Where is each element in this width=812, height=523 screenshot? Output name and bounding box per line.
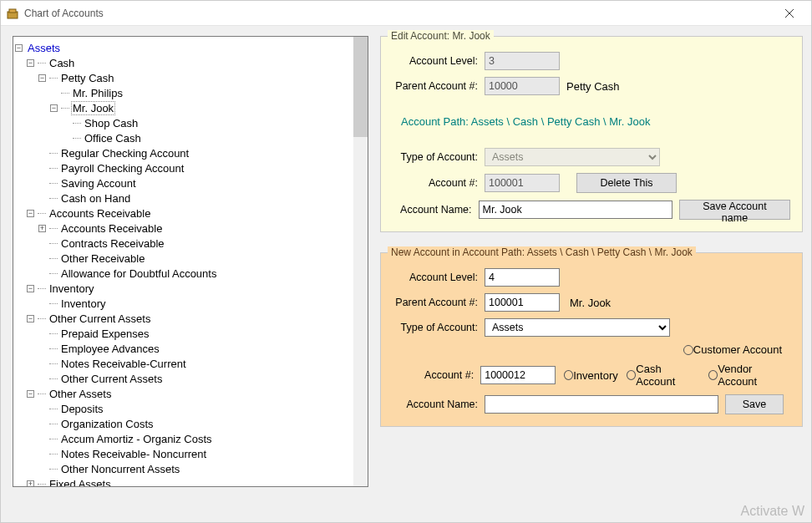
tree-node[interactable]: Employee Advances	[38, 341, 352, 356]
collapse-icon[interactable]: −	[27, 315, 34, 322]
tree-node-label[interactable]: Prepaid Expenses	[59, 328, 151, 340]
tree-node-label[interactable]: Employee Advances	[59, 343, 161, 355]
tree-node-label[interactable]: Allowance for Doubtful Accounts	[59, 267, 218, 280]
tree-node-label[interactable]: Saving Account	[59, 177, 138, 190]
tree-node[interactable]: Regular Checking Account	[38, 145, 352, 160]
tree-node[interactable]: Other Receivable	[38, 251, 352, 266]
tree-node-label[interactable]: Accum Amortiz - Organiz Costs	[59, 433, 214, 445]
tree-node-label[interactable]: Organization Costs	[59, 418, 155, 430]
tree-node[interactable]: −Assets	[15, 40, 352, 55]
collapse-icon[interactable]: −	[38, 74, 46, 82]
vendor-account-radio[interactable]	[708, 370, 718, 380]
tree-node-label[interactable]: Other Receivable	[59, 252, 146, 265]
new-number-input[interactable]	[480, 366, 556, 384]
new-level-input[interactable]	[485, 268, 560, 287]
tree-node-label[interactable]: Assets	[26, 42, 62, 54]
tree-node[interactable]: Contracts Receivable	[38, 236, 352, 251]
title-bar: Chart of Accounts	[1, 1, 811, 26]
inventory-label[interactable]: Inventory	[573, 369, 617, 382]
tree-node[interactable]: Saving Account	[38, 175, 352, 190]
expand-icon[interactable]: +	[38, 225, 46, 232]
tree-node[interactable]: Notes Receivable- Noncurrent	[38, 446, 352, 461]
customer-account-radio[interactable]	[683, 345, 693, 355]
cash-account-label[interactable]: Cash Account	[636, 363, 699, 388]
tree-node[interactable]: Mr. Philips	[50, 85, 352, 100]
account-tree[interactable]: −Assets−Cash−Petty CashMr. Philips−Mr. J…	[15, 40, 352, 486]
tree-node-label[interactable]: Other Current Assets	[59, 373, 164, 385]
inventory-radio[interactable]	[564, 370, 574, 380]
new-type-select[interactable]: Assets	[485, 318, 670, 337]
tree-node-label[interactable]: Office Cash	[83, 132, 143, 145]
tree-node[interactable]: +Accounts Receivable	[38, 221, 352, 236]
tree-node[interactable]: Prepaid Expenses	[38, 326, 352, 341]
new-account-legend: New Account in Account Path: Assets \ Ca…	[388, 246, 696, 258]
tree-node[interactable]: −Mr. Jook	[50, 100, 352, 115]
tree-node-label[interactable]: Other Noncurrent Assets	[59, 463, 181, 475]
app-icon	[6, 7, 19, 20]
tree-node-label[interactable]: Petty Cash	[59, 72, 116, 84]
tree-node[interactable]: Other Noncurrent Assets	[38, 461, 352, 476]
collapse-icon[interactable]: −	[15, 44, 23, 52]
new-parent-name: Mr. Jook	[570, 297, 611, 309]
tree-node[interactable]: Inventory	[38, 296, 352, 311]
tree-node[interactable]: Office Cash	[62, 130, 352, 145]
tree-node-label[interactable]: Shop Cash	[83, 117, 140, 129]
tree-node-label[interactable]: Accounts Receivable	[59, 222, 164, 235]
new-level-label: Account Level:	[393, 272, 485, 283]
save-account-name-button[interactable]: Save Account name	[679, 200, 790, 220]
collapse-icon[interactable]: −	[50, 104, 58, 112]
collapse-icon[interactable]: −	[27, 390, 34, 398]
customer-account-label[interactable]: Customer Account	[693, 343, 782, 356]
tree-node-label[interactable]: Other Assets	[48, 388, 113, 400]
tree-node-label[interactable]: Contracts Receivable	[59, 237, 166, 250]
tree-node[interactable]: −Other Current Assets	[27, 311, 352, 326]
tree-node[interactable]: Cash on Hand	[38, 190, 352, 206]
edit-account-panel: Edit Account: Mr. Jook Account Level: Pa…	[380, 36, 803, 232]
tree-node[interactable]: Other Current Assets	[38, 371, 352, 386]
scrollbar-thumb[interactable]	[353, 37, 368, 137]
tree-node-label[interactable]: Cash on Hand	[59, 192, 132, 205]
tree-node-label[interactable]: Deposits	[59, 403, 105, 415]
cash-account-radio[interactable]	[627, 370, 637, 380]
tree-node[interactable]: Allowance for Doubtful Accounts	[38, 266, 352, 281]
tree-node[interactable]: −Other Assets	[27, 386, 352, 401]
collapse-icon[interactable]: −	[27, 285, 34, 292]
tree-node[interactable]: Shop Cash	[62, 115, 352, 130]
tree-node[interactable]: Payroll Checking Account	[38, 160, 352, 175]
tree-node-label[interactable]: Payroll Checking Account	[59, 162, 185, 175]
tree-node-label[interactable]: Cash	[48, 57, 76, 69]
tree-node-label[interactable]: Mr. Philips	[71, 87, 124, 99]
tree-node-label[interactable]: Inventory	[48, 282, 95, 295]
delete-account-button[interactable]: Delete This	[576, 173, 677, 193]
edit-name-input[interactable]	[479, 201, 672, 219]
tree-node-label[interactable]: Notes Receivable- Noncurrent	[59, 448, 208, 460]
collapse-icon[interactable]: −	[27, 59, 34, 67]
window: Chart of Accounts −Assets−Cash−Petty Cas…	[0, 0, 812, 523]
tree-node-label[interactable]: Inventory	[59, 297, 107, 310]
tree-node[interactable]: Notes Receivable-Current	[38, 356, 352, 371]
tree-node-label[interactable]: Accounts Receivable	[48, 207, 152, 220]
tree-scrollbar[interactable]	[353, 37, 368, 486]
vendor-account-label[interactable]: Vendor Account	[718, 363, 790, 388]
tree-node-label[interactable]: Regular Checking Account	[59, 147, 190, 160]
tree-node-label[interactable]: Mr. Jook	[71, 101, 115, 115]
window-close-button[interactable]	[773, 2, 806, 25]
tree-node[interactable]: +Fixed Assets	[27, 476, 352, 486]
collapse-icon[interactable]: −	[27, 210, 34, 217]
new-account-save-button[interactable]: Save	[725, 394, 784, 414]
tree-node[interactable]: −Petty Cash	[38, 70, 352, 85]
new-name-input[interactable]	[485, 395, 718, 414]
tree-node-label[interactable]: Other Current Assets	[48, 312, 152, 325]
tree-node[interactable]: Accum Amortiz - Organiz Costs	[38, 431, 352, 446]
new-parent-number-input[interactable]	[485, 293, 560, 312]
tree-node[interactable]: −Accounts Receivable	[27, 206, 352, 221]
tree-node-label[interactable]: Notes Receivable-Current	[59, 358, 188, 370]
edit-account-legend: Edit Account: Mr. Jook	[388, 30, 494, 42]
edit-name-label: Account Name:	[393, 204, 479, 216]
expand-icon[interactable]: +	[27, 480, 34, 487]
tree-node[interactable]: −Inventory	[27, 281, 352, 296]
tree-node[interactable]: Deposits	[38, 401, 352, 416]
tree-node-label[interactable]: Fixed Assets	[48, 478, 113, 487]
tree-node[interactable]: −Cash	[27, 55, 352, 70]
tree-node[interactable]: Organization Costs	[38, 416, 352, 431]
